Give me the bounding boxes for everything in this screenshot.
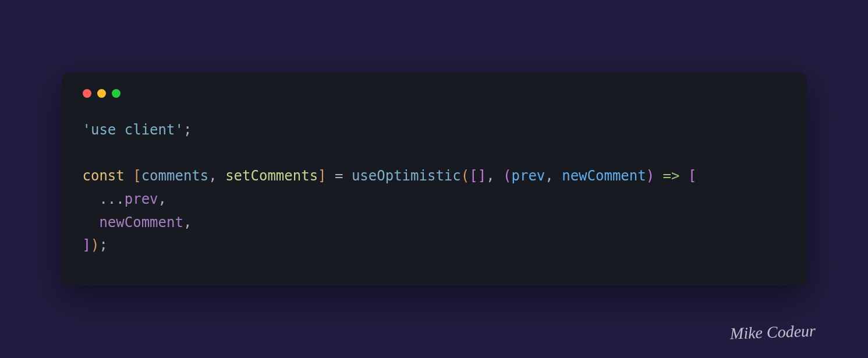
code-token: ] xyxy=(318,168,326,184)
author-signature: Mike Codeur xyxy=(730,321,816,343)
code-token: comments xyxy=(141,168,209,184)
code-token: ( xyxy=(461,168,469,184)
code-window: 'use client'; const [comments, setCommen… xyxy=(62,73,807,285)
code-token: ; xyxy=(183,122,192,138)
code-token: , xyxy=(545,168,562,184)
code-token: prev xyxy=(511,168,545,184)
code-token: ... xyxy=(99,191,124,207)
code-token: , xyxy=(183,214,192,231)
maximize-icon xyxy=(112,89,121,98)
code-token: = xyxy=(327,168,352,184)
minimize-icon xyxy=(97,89,106,98)
code-token: , xyxy=(486,168,503,184)
close-icon xyxy=(83,89,91,98)
code-token: ( xyxy=(503,168,511,184)
code-token: [ xyxy=(133,168,141,184)
code-token: , xyxy=(158,191,166,207)
code-block: 'use client'; const [comments, setCommen… xyxy=(83,119,786,257)
code-token: useOptimistic xyxy=(352,168,461,184)
code-token: const xyxy=(83,168,125,184)
code-token: ) xyxy=(91,237,99,253)
code-token: [ xyxy=(688,168,696,184)
code-token: ] xyxy=(478,168,486,184)
code-token: newComment xyxy=(99,214,183,231)
code-token: prev xyxy=(125,191,158,207)
code-token: setComments xyxy=(225,168,318,184)
code-token: ; xyxy=(99,237,107,253)
code-token: ] xyxy=(83,237,91,253)
code-token: , xyxy=(208,168,225,184)
code-token: newComment xyxy=(562,168,646,184)
code-token: ) xyxy=(646,168,654,184)
traffic-lights xyxy=(83,89,786,98)
code-token: [ xyxy=(469,168,477,184)
code-token: 'use client' xyxy=(83,122,183,138)
code-token: => xyxy=(663,168,680,184)
